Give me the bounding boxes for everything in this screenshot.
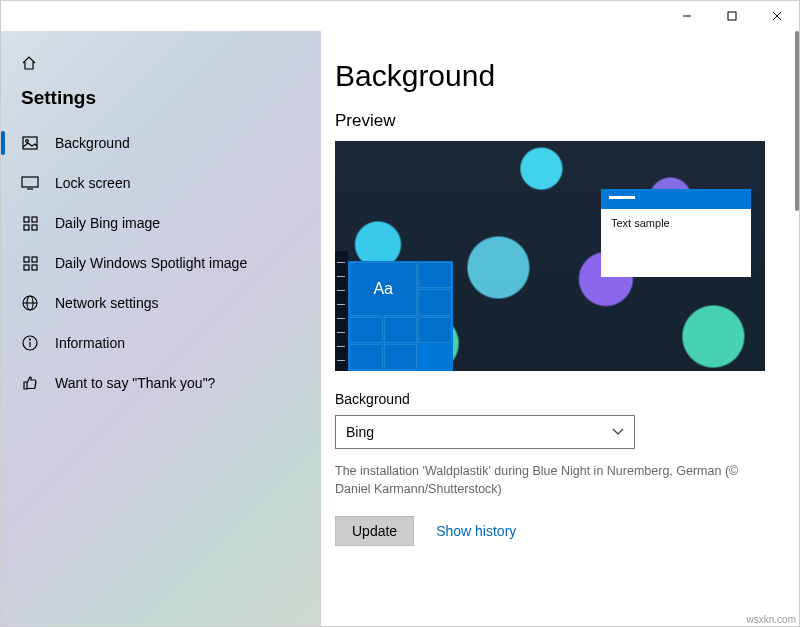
nav-item-background[interactable]: Background [1, 123, 321, 163]
preview-taskbar [335, 251, 348, 371]
nav-item-label: Background [55, 135, 130, 151]
thumbsup-icon [21, 375, 39, 391]
maximize-button[interactable] [709, 1, 754, 31]
svg-rect-4 [23, 137, 37, 149]
nav-item-network[interactable]: Network settings [1, 283, 321, 323]
sidebar-title: Settings [1, 81, 321, 123]
svg-rect-6 [22, 177, 38, 187]
background-select[interactable]: Bing [335, 415, 635, 449]
info-icon [21, 335, 39, 351]
background-field-label: Background [335, 391, 785, 407]
nav-item-label: Want to say "Thank you"? [55, 375, 215, 391]
update-button[interactable]: Update [335, 516, 414, 546]
globe-icon [21, 295, 39, 311]
chevron-down-icon [612, 428, 624, 436]
close-button[interactable] [754, 1, 799, 31]
home-icon [21, 55, 301, 71]
nav-item-thank-you[interactable]: Want to say "Thank you"? [1, 363, 321, 403]
titlebar [1, 1, 799, 31]
settings-window: Settings Background Lock screen [0, 0, 800, 627]
nav-item-lock-screen[interactable]: Lock screen [1, 163, 321, 203]
monitor-icon [21, 176, 39, 190]
background-select-value: Bing [346, 424, 374, 440]
preview-sample-window: Text sample [601, 189, 751, 277]
svg-rect-8 [24, 217, 29, 222]
preview-heading: Preview [335, 111, 785, 131]
minimize-button[interactable] [664, 1, 709, 31]
svg-rect-14 [24, 265, 29, 270]
image-caption: The installation 'Waldplastik' during Bl… [335, 463, 765, 498]
page-title: Background [335, 59, 785, 93]
scrollbar[interactable] [795, 31, 799, 211]
nav-item-label: Daily Windows Spotlight image [55, 255, 247, 271]
nav-item-daily-spotlight[interactable]: Daily Windows Spotlight image [1, 243, 321, 283]
svg-rect-15 [32, 265, 37, 270]
svg-rect-10 [24, 225, 29, 230]
preview-sample-text: Text sample [611, 217, 670, 229]
svg-rect-12 [24, 257, 29, 262]
svg-rect-13 [32, 257, 37, 262]
svg-rect-1 [728, 12, 736, 20]
nav-item-label: Daily Bing image [55, 215, 160, 231]
preview-start-tile: Aa [349, 262, 417, 316]
sidebar: Settings Background Lock screen [1, 31, 321, 626]
svg-rect-11 [32, 225, 37, 230]
preview-start-menu: Aa [348, 261, 453, 371]
picture-icon [21, 136, 39, 150]
desktop-preview: Aa Text sample [335, 141, 765, 371]
action-row: Update Show history [335, 516, 785, 546]
nav-item-daily-bing[interactable]: Daily Bing image [1, 203, 321, 243]
grid-icon [21, 256, 39, 271]
nav-item-label: Lock screen [55, 175, 130, 191]
show-history-link[interactable]: Show history [436, 523, 516, 539]
svg-point-5 [26, 140, 29, 143]
svg-rect-9 [32, 217, 37, 222]
window-body: Settings Background Lock screen [1, 31, 799, 626]
content-pane: Background Preview Aa Text sample Backgr… [321, 31, 799, 626]
nav-item-label: Information [55, 335, 125, 351]
nav-item-label: Network settings [55, 295, 158, 311]
grid-icon [21, 216, 39, 231]
watermark: wsxkn.com [747, 614, 796, 625]
nav-item-information[interactable]: Information [1, 323, 321, 363]
home-button[interactable] [1, 49, 321, 81]
svg-point-21 [29, 339, 30, 340]
